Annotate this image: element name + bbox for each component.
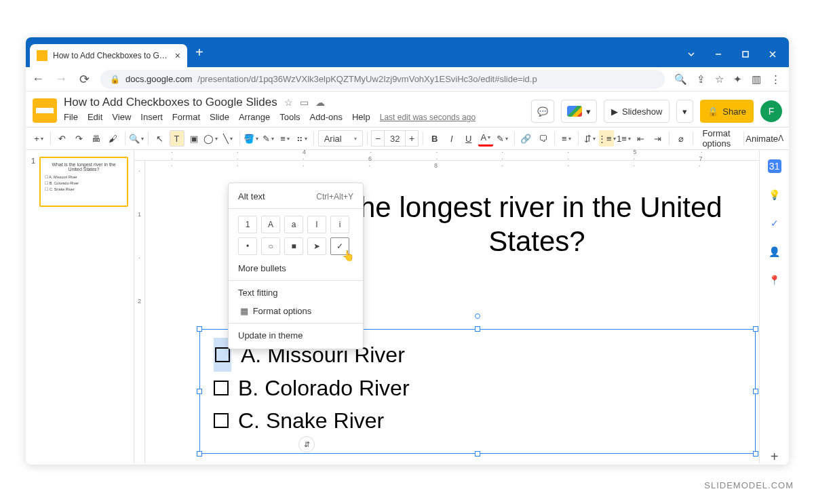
- select-tool[interactable]: ↖: [153, 130, 168, 147]
- format-options-button[interactable]: Format options: [697, 130, 739, 147]
- calendar-icon[interactable]: 31: [768, 159, 781, 173]
- back-button[interactable]: ←: [31, 72, 45, 86]
- forward-button[interactable]: →: [54, 72, 68, 86]
- url-input[interactable]: 🔒 docs.google.com/presentation/d/1pq36Wz…: [100, 70, 665, 89]
- bullet-preset-square[interactable]: ■: [284, 237, 303, 255]
- menu-format[interactable]: Format: [172, 112, 200, 122]
- insert-link[interactable]: 🔗: [518, 130, 533, 147]
- menu-arrange[interactable]: Arrange: [239, 112, 270, 122]
- rotate-handle[interactable]: [475, 313, 480, 319]
- zoom-icon[interactable]: 🔍: [674, 73, 687, 85]
- menu-addons[interactable]: Add-ons: [310, 112, 343, 122]
- num-preset-i[interactable]: i: [330, 216, 349, 233]
- extensions-icon[interactable]: ✦: [733, 73, 742, 85]
- num-preset-A[interactable]: A: [261, 216, 280, 233]
- slideshow-button[interactable]: ▶ Slideshow: [604, 100, 670, 123]
- num-preset-I[interactable]: I: [307, 216, 326, 233]
- image-tool[interactable]: ▣: [187, 130, 201, 147]
- resize-handle[interactable]: [197, 451, 202, 457]
- resize-handle[interactable]: [197, 389, 202, 394]
- kebab-menu-icon[interactable]: ⋮: [771, 73, 781, 85]
- fill-color[interactable]: 🪣: [244, 130, 258, 147]
- browser-tab[interactable]: How to Add Checkboxes to Goo… ×: [30, 44, 187, 67]
- last-edit-text[interactable]: Last edit was seconds ago: [380, 113, 476, 122]
- ctx-more-bullets[interactable]: More bullets: [229, 259, 363, 277]
- menu-edit[interactable]: Edit: [88, 112, 102, 122]
- cloud-icon[interactable]: ☁: [315, 97, 325, 108]
- slide-title-text[interactable]: the longest river in the United States?: [342, 191, 732, 259]
- menu-help[interactable]: Help: [352, 112, 370, 122]
- clear-format[interactable]: ⌀: [674, 130, 689, 147]
- sidepanel-icon[interactable]: ▥: [752, 73, 761, 85]
- print-button[interactable]: 🖶: [89, 130, 104, 147]
- contacts-icon[interactable]: 👤: [768, 245, 781, 258]
- resize-handle[interactable]: [753, 326, 758, 332]
- chevron-down-icon[interactable]: [687, 50, 695, 60]
- menu-file[interactable]: File: [64, 112, 78, 122]
- ctx-update-theme[interactable]: Update in theme: [229, 326, 363, 345]
- text-color[interactable]: A: [478, 130, 493, 147]
- add-comment[interactable]: 🗨: [535, 130, 550, 147]
- font-size-plus[interactable]: +: [405, 130, 419, 147]
- bookmark-icon[interactable]: ☆: [715, 73, 724, 85]
- bulleted-list[interactable]: ⋮≡: [599, 130, 614, 147]
- resize-handle[interactable]: [197, 326, 202, 332]
- collapse-toolbar-icon[interactable]: ᐱ: [778, 134, 783, 143]
- share-button[interactable]: 🔒 Share: [700, 100, 754, 123]
- numbered-list[interactable]: 1≡: [616, 130, 631, 147]
- num-preset-1[interactable]: 1: [238, 216, 257, 233]
- ctx-text-fitting[interactable]: Text fitting: [229, 284, 363, 302]
- font-size-minus[interactable]: −: [371, 130, 385, 147]
- align-button[interactable]: ≡: [559, 130, 574, 147]
- bold-button[interactable]: B: [427, 130, 442, 147]
- account-avatar[interactable]: F: [760, 100, 782, 122]
- bullet-preset-arrow[interactable]: ➤: [307, 237, 326, 255]
- share-page-icon[interactable]: ⇪: [697, 73, 705, 85]
- highlight-color[interactable]: ✎: [495, 130, 510, 147]
- border-dash[interactable]: ⠶: [294, 130, 309, 147]
- decrease-indent[interactable]: ⇤: [633, 130, 648, 147]
- close-tab-icon[interactable]: ×: [175, 50, 180, 61]
- maximize-icon[interactable]: [741, 50, 750, 60]
- zoom-button[interactable]: 🔍: [129, 130, 144, 147]
- new-slide-button[interactable]: +: [31, 130, 46, 147]
- increase-indent[interactable]: ⇥: [650, 130, 665, 147]
- bullet-preset-disc[interactable]: •: [238, 237, 257, 255]
- resize-handle[interactable]: [475, 451, 480, 457]
- line-tool[interactable]: ╲: [220, 130, 235, 147]
- add-panel-icon[interactable]: +: [768, 450, 781, 463]
- new-tab-button[interactable]: +: [187, 41, 212, 64]
- redo-button[interactable]: ↷: [72, 130, 87, 147]
- menu-slide[interactable]: Slide: [210, 112, 229, 122]
- meet-button[interactable]: ▾: [561, 100, 597, 123]
- border-color[interactable]: ✎: [260, 130, 275, 147]
- keep-icon[interactable]: 💡: [768, 188, 781, 201]
- ctx-alt-text[interactable]: Alt textCtrl+Alt+Y: [229, 187, 363, 206]
- underline-button[interactable]: U: [461, 130, 476, 147]
- filmstrip[interactable]: 1 What is the longest river in the Unite…: [26, 150, 134, 463]
- font-size[interactable]: − 32 +: [371, 130, 419, 147]
- menu-view[interactable]: View: [112, 112, 131, 122]
- minimize-icon[interactable]: [714, 50, 722, 60]
- resize-handle[interactable]: [475, 326, 480, 332]
- move-icon[interactable]: ▭: [300, 97, 309, 108]
- slides-logo-icon[interactable]: [33, 98, 57, 123]
- undo-button[interactable]: ↶: [55, 130, 70, 147]
- textbox-tool[interactable]: T: [170, 130, 185, 147]
- star-icon[interactable]: ☆: [284, 97, 293, 108]
- ctx-format-options[interactable]: ▦ Format options: [229, 302, 363, 320]
- tasks-icon[interactable]: ✓: [768, 216, 781, 230]
- document-title[interactable]: How to Add Checkboxes to Google Slides: [64, 96, 277, 109]
- comments-button[interactable]: 💬: [531, 100, 554, 123]
- close-window-icon[interactable]: [769, 50, 777, 60]
- num-preset-a[interactable]: a: [284, 216, 303, 233]
- resize-handle[interactable]: [753, 451, 758, 457]
- line-spacing[interactable]: ⇵: [582, 130, 597, 147]
- italic-button[interactable]: I: [444, 130, 459, 147]
- autofit-button[interactable]: ⇵: [298, 436, 315, 452]
- shape-tool[interactable]: ◯: [204, 130, 218, 147]
- menu-tools[interactable]: Tools: [279, 112, 300, 122]
- font-select[interactable]: Arial: [318, 130, 363, 147]
- font-size-value[interactable]: 32: [385, 130, 405, 147]
- slide-thumbnail[interactable]: What is the longest river in the United …: [39, 157, 128, 207]
